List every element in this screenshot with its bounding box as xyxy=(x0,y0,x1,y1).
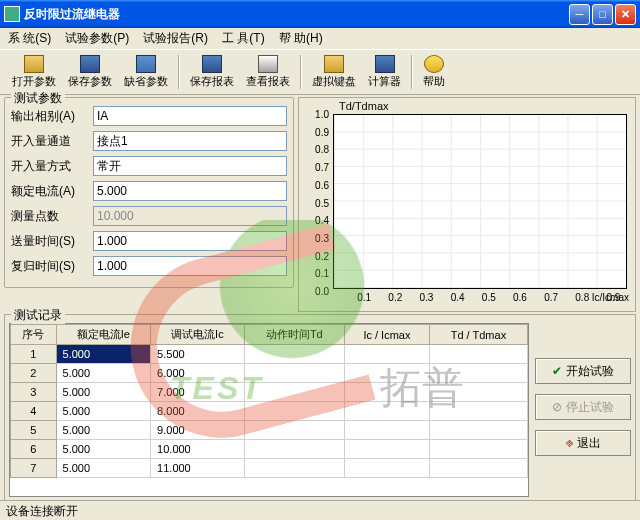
save-report-icon xyxy=(202,55,222,73)
save-icon xyxy=(80,55,100,73)
title-bar: 反时限过流继电器 ─ □ ✕ xyxy=(0,0,640,28)
tb-help[interactable]: 帮助 xyxy=(417,53,451,91)
x-tick: 0.1 xyxy=(357,292,371,303)
tb-view-report[interactable]: 查看报表 xyxy=(240,53,296,91)
table-row[interactable]: 25.0006.000 xyxy=(11,364,528,383)
test-params-group: 测试参数 输出相别(A)IA 开入量通道接点1 开入量方式常开 额定电流(A) … xyxy=(4,97,294,288)
x-tick: 0.9 xyxy=(606,292,620,303)
in-channel-label: 开入量通道 xyxy=(11,133,89,150)
close-button[interactable]: ✕ xyxy=(615,4,636,25)
x-tick: 0.2 xyxy=(388,292,402,303)
minimize-button[interactable]: ─ xyxy=(569,4,590,25)
rated-current-input[interactable] xyxy=(93,181,287,201)
table-header: 动作时间Td xyxy=(244,325,344,345)
group-title: 测试参数 xyxy=(11,90,65,107)
test-records-group: 测试记录 序号额定电流Ie调试电流Ic动作时间TdIc / IcmaxTd / … xyxy=(4,314,636,502)
x-tick: 0.6 xyxy=(513,292,527,303)
y-tick: 0.3 xyxy=(305,232,329,243)
tb-save-params[interactable]: 保存参数 xyxy=(62,53,118,91)
exit-icon: ⎆ xyxy=(566,436,573,450)
menu-system[interactable]: 系 统(S) xyxy=(8,30,51,47)
return-time-input[interactable] xyxy=(93,256,287,276)
return-time-label: 复归时间(S) xyxy=(11,258,89,275)
send-time-input[interactable] xyxy=(93,231,287,251)
table-row[interactable]: 65.00010.000 xyxy=(11,440,528,459)
toolbar: 打开参数 保存参数 缺省参数 保存报表 查看报表 虚拟键盘 计算器 帮助 xyxy=(0,50,640,95)
table-header: Td / Tdmax xyxy=(429,325,527,345)
in-mode-label: 开入量方式 xyxy=(11,158,89,175)
check-icon: ✔ xyxy=(552,364,562,378)
status-bar: 设备连接断开 xyxy=(0,500,640,520)
menu-bar: 系 统(S) 试验参数(P) 试验报告(R) 工 具(T) 帮 助(H) xyxy=(0,28,640,50)
table-row[interactable]: 75.00011.000 xyxy=(11,459,528,478)
exit-button[interactable]: ⎆退出 xyxy=(535,430,631,456)
x-tick: 0.4 xyxy=(451,292,465,303)
table-header: 序号 xyxy=(11,325,57,345)
x-tick: 0.5 xyxy=(482,292,496,303)
view-icon xyxy=(258,55,278,73)
calculator-icon xyxy=(375,55,395,73)
stop-test-button: ⊘停止试验 xyxy=(535,394,631,420)
y-tick: 0.9 xyxy=(305,126,329,137)
chart-title: Td/Tdmax xyxy=(339,100,389,112)
stop-icon: ⊘ xyxy=(552,400,562,414)
default-icon xyxy=(136,55,156,73)
folder-open-icon xyxy=(24,55,44,73)
table-row[interactable]: 55.0009.000 xyxy=(11,421,528,440)
status-text: 设备连接断开 xyxy=(6,504,78,518)
table-row[interactable]: 15.0005.500 xyxy=(11,345,528,364)
tb-virtual-keyboard[interactable]: 虚拟键盘 xyxy=(306,53,362,91)
y-tick: 0.1 xyxy=(305,268,329,279)
tb-open-params[interactable]: 打开参数 xyxy=(6,53,62,91)
tb-save-report[interactable]: 保存报表 xyxy=(184,53,240,91)
table-row[interactable]: 45.0008.000 xyxy=(11,402,528,421)
points-input xyxy=(93,206,287,226)
separator xyxy=(411,55,413,89)
y-tick: 0.7 xyxy=(305,162,329,173)
help-icon xyxy=(424,55,444,73)
table-header: 额定电流Ie xyxy=(56,325,151,345)
group-title: 测试记录 xyxy=(11,307,65,324)
x-tick: 0.7 xyxy=(544,292,558,303)
menu-report[interactable]: 试验报告(R) xyxy=(143,30,208,47)
in-mode-select[interactable]: 常开 xyxy=(93,156,287,176)
table-header: Ic / Icmax xyxy=(344,325,429,345)
y-tick: 0.8 xyxy=(305,144,329,155)
in-channel-select[interactable]: 接点1 xyxy=(93,131,287,151)
points-label: 测量点数 xyxy=(11,208,89,225)
chart-panel: Td/Tdmax Ic/Icmax 0.00.10.20.30.40.50.60… xyxy=(298,97,636,312)
out-phase-label: 输出相别(A) xyxy=(11,108,89,125)
y-tick: 0.6 xyxy=(305,179,329,190)
out-phase-select[interactable]: IA xyxy=(93,106,287,126)
table-header: 调试电流Ic xyxy=(151,325,245,345)
y-tick: 0.0 xyxy=(305,286,329,297)
app-icon xyxy=(4,6,20,22)
tb-default-params[interactable]: 缺省参数 xyxy=(118,53,174,91)
records-table[interactable]: 序号额定电流Ie调试电流Ic动作时间TdIc / IcmaxTd / Tdmax… xyxy=(9,323,529,497)
window-title: 反时限过流继电器 xyxy=(24,6,120,23)
chart-plot-area xyxy=(333,114,627,289)
start-test-button[interactable]: ✔开始试验 xyxy=(535,358,631,384)
separator xyxy=(300,55,302,89)
menu-help[interactable]: 帮 助(H) xyxy=(279,30,323,47)
y-tick: 1.0 xyxy=(305,109,329,120)
menu-tools[interactable]: 工 具(T) xyxy=(222,30,265,47)
x-tick: 0.8 xyxy=(575,292,589,303)
keyboard-icon xyxy=(324,55,344,73)
tb-calculator[interactable]: 计算器 xyxy=(362,53,407,91)
y-tick: 0.5 xyxy=(305,197,329,208)
table-row[interactable]: 35.0007.000 xyxy=(11,383,528,402)
rated-current-label: 额定电流(A) xyxy=(11,183,89,200)
separator xyxy=(178,55,180,89)
y-tick: 0.4 xyxy=(305,215,329,226)
y-tick: 0.2 xyxy=(305,250,329,261)
menu-params[interactable]: 试验参数(P) xyxy=(65,30,129,47)
x-tick: 0.3 xyxy=(420,292,434,303)
maximize-button[interactable]: □ xyxy=(592,4,613,25)
send-time-label: 送量时间(S) xyxy=(11,233,89,250)
